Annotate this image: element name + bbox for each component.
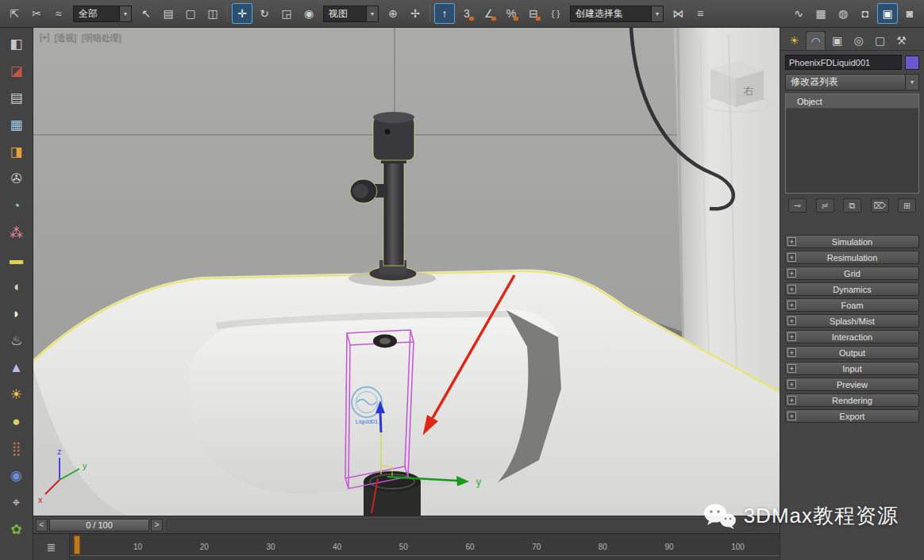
rollout-bar[interactable]: + Export [785,409,919,423]
selection-filter-dropdown[interactable]: 全部 ▼ [73,6,132,22]
stack-toolbar-button[interactable]: ⊞ [898,198,916,213]
render-setup-button[interactable]: ◘ [855,3,876,24]
unlink-selection-button[interactable]: ✂ [26,3,47,24]
stack-toolbar-button[interactable]: ≓ [816,198,834,213]
expand-plus-icon[interactable]: + [787,380,796,389]
schematic-view-button[interactable]: ▦ [810,3,831,24]
modifier-stack[interactable]: Object [785,94,919,194]
rollout-bar[interactable]: + Splash/Mist [785,314,919,328]
tab-motion-icon[interactable]: ◎ [849,31,868,50]
expand-plus-icon[interactable]: + [787,285,796,293]
expand-plus-icon[interactable]: + [787,301,796,309]
stack-toolbar-button[interactable]: ⊸ [788,198,807,213]
material-editor-button[interactable]: ◍ [833,3,853,24]
selection-region-button[interactable]: ▢ [180,3,201,24]
left-tool-icon[interactable]: ♨ [6,331,27,351]
expand-plus-icon[interactable]: + [787,316,796,325]
modifier-list-dropdown[interactable]: 修改器列表 ▼ [785,74,919,90]
mirror-button[interactable]: ⋈ [668,3,688,24]
select-and-scale-button[interactable]: ◲ [276,3,297,24]
window-crossing-button[interactable]: ◫ [202,3,223,24]
tab-utilities-icon[interactable]: ⚒ [891,31,911,50]
percent-snap-toggle[interactable]: % [501,3,522,24]
object-color-swatch[interactable] [905,56,919,70]
left-tool-icon[interactable]: ◧ [6,34,27,54]
rollout-bar[interactable]: + Interaction [785,330,919,343]
rollout-bar[interactable]: + Dynamics [785,282,919,296]
left-tool-icon[interactable]: ⌖ [6,493,27,512]
left-tool-icon[interactable]: ⣿ [6,439,27,458]
angle-snap-toggle[interactable]: ∠ [479,3,499,24]
left-tool-icon[interactable]: ◖ [6,277,27,297]
stack-toolbar-button[interactable]: ⌦ [871,198,889,213]
spinner-snap-toggle[interactable]: ⊟ [523,3,544,24]
named-selection-sets-dropdown[interactable]: 创建选择集 ▼ [570,6,664,22]
snap-3d-toggle[interactable]: 3 [456,3,477,24]
viewport-menu-label[interactable]: [+] [40,32,50,44]
left-tool-icon[interactable]: ☀ [6,385,27,405]
left-tool-icon[interactable]: ◨ [6,142,27,162]
expand-plus-icon[interactable]: + [787,348,796,357]
perspective-viewport[interactable]: [+] [透视] [明暗处理] [33,28,780,516]
rendered-frame-window-button[interactable]: ▣ [877,3,898,24]
left-tool-icon[interactable]: ▲ [6,358,27,378]
left-tool-icon[interactable]: ● [6,412,27,432]
curve-editor-button[interactable]: ∿ [788,3,809,24]
rollout-bar[interactable]: + Resimulation [785,251,919,264]
previous-frame-button[interactable]: < [36,519,48,531]
mini-curve-editor-button[interactable]: ≣ [33,534,70,560]
use-center-button[interactable]: ⊕ [383,3,403,24]
select-object-button[interactable]: ↖ [136,3,156,24]
left-tool-icon[interactable]: ▦ [6,115,27,135]
render-production-button[interactable]: ◙ [899,3,920,24]
left-tool-icon[interactable]: ◔ [6,196,27,216]
tab-modify-icon[interactable]: ◠ [806,31,826,50]
viewport-view-label[interactable]: [透视] [55,32,77,44]
time-slider-handle[interactable]: 0 / 100 [49,519,149,531]
select-and-place-button[interactable]: ◉ [298,3,319,24]
tab-create-icon[interactable]: ☀ [784,31,804,50]
left-tool-icon[interactable]: ▤ [6,88,27,108]
frame-ruler[interactable]: 10 20 30 40 50 60 70 80 90 100 [70,534,780,560]
tab-hierarchy-icon[interactable]: ▣ [827,31,847,50]
object-name-field[interactable]: PhoenixFDLiquid001 [785,55,902,70]
expand-plus-icon[interactable]: + [787,253,796,262]
current-frame-marker[interactable] [74,535,80,554]
expand-plus-icon[interactable]: + [787,237,796,246]
rollout-bar[interactable]: + Input [785,362,919,375]
left-tool-icon[interactable]: ✇ [6,169,27,189]
rollout-bar[interactable]: + Simulation [785,235,919,248]
expand-plus-icon[interactable]: + [787,332,796,341]
left-tool-icon[interactable]: ⁂ [6,223,27,243]
tab-display-icon[interactable]: ▢ [870,31,890,50]
time-slider-track[interactable] [166,519,777,531]
left-tool-icon[interactable]: ✿ [6,520,27,539]
expand-plus-icon[interactable]: + [787,396,796,405]
rollout-bar[interactable]: + Foam [785,298,919,312]
select-and-rotate-button[interactable]: ↻ [254,3,275,24]
keyboard-override-toggle[interactable]: ↑ [434,3,455,24]
modifier-stack-item[interactable]: Object [786,94,918,109]
edit-named-sets-button[interactable]: { } [545,3,566,24]
viewport-shading-label[interactable]: [明暗处理] [82,32,121,44]
bind-to-space-warp-button[interactable]: ≈ [48,3,69,24]
select-and-link-button[interactable]: ⇱ [4,3,25,24]
select-by-name-button[interactable]: ▤ [158,3,179,24]
left-tool-icon[interactable]: ▬ [6,250,27,270]
rollout-bar[interactable]: + Grid [785,267,919,280]
rollout-bar[interactable]: + Output [785,346,919,359]
left-tool-icon[interactable]: ◉ [6,466,27,485]
select-and-move-button[interactable]: ✛ [232,3,252,24]
expand-plus-icon[interactable]: + [787,412,796,420]
reference-coordinate-dropdown[interactable]: 视图 ▼ [323,6,379,22]
stack-toolbar-button[interactable]: ⧉ [843,198,861,213]
next-frame-button[interactable]: > [151,519,163,531]
left-tool-icon[interactable]: ◗ [6,304,27,324]
expand-plus-icon[interactable]: + [787,269,796,278]
rollout-bar[interactable]: + Preview [785,378,919,391]
left-tool-icon[interactable]: ◪ [6,61,27,81]
expand-plus-icon[interactable]: + [787,364,796,373]
select-and-manipulate-button[interactable]: ✢ [405,3,425,24]
rollout-bar[interactable]: + Rendering [785,393,919,407]
align-button[interactable]: ≡ [690,3,710,24]
